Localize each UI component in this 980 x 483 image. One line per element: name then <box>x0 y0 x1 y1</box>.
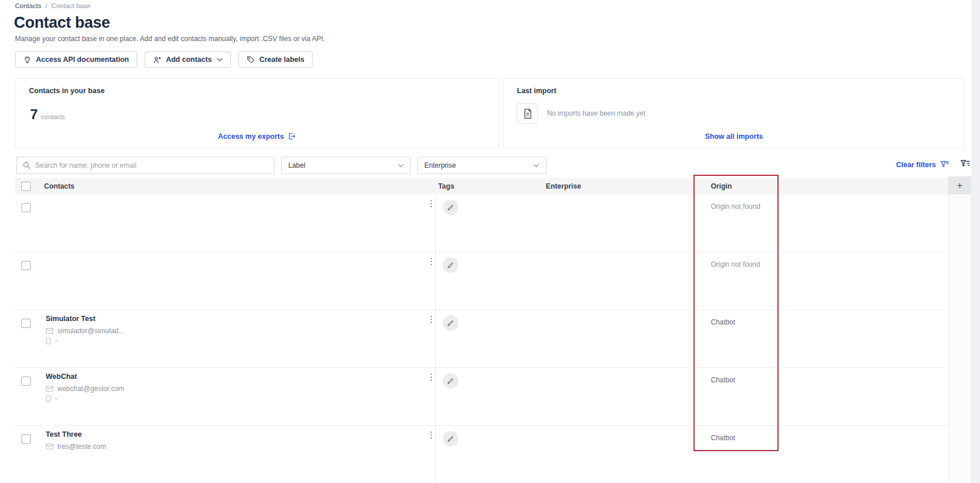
access-my-exports-link-wrap: Access my exports <box>16 132 498 141</box>
contact-email: tres@teste.com <box>57 443 106 451</box>
pencil-icon <box>447 435 454 443</box>
access-api-documentation-button[interactable]: Access API documentation <box>15 51 137 68</box>
page-title: Contact base <box>14 14 110 32</box>
pencil-icon <box>447 319 454 327</box>
contact-name[interactable]: Simulator Test <box>46 315 96 323</box>
breadcrumb-contacts[interactable]: Contacts <box>15 2 41 9</box>
chevron-down-icon <box>398 164 404 168</box>
show-all-imports-link-wrap: Show all imports <box>504 132 964 141</box>
contacts-count-number: 7 <box>30 106 38 123</box>
contacts-count-card: Contacts in your base 7 contacts Access … <box>15 78 499 148</box>
show-all-imports-link[interactable]: Show all imports <box>705 132 763 141</box>
contact-email: webchat@gestor.com <box>57 385 124 393</box>
last-import-empty-state: No imports have been made yet <box>517 103 645 124</box>
scrollbar-track[interactable] <box>971 0 980 483</box>
edit-tags-button[interactable] <box>443 257 458 273</box>
clear-filters-button[interactable]: Clear filters <box>896 160 949 169</box>
add-column-button[interactable]: + <box>948 176 971 194</box>
access-my-exports-link[interactable]: Access my exports <box>218 132 296 141</box>
contact-email-line: simulador@simulad... <box>46 327 124 335</box>
add-column-strip <box>948 194 971 483</box>
contact-phone-line: - <box>46 394 57 403</box>
label-filter-dropdown[interactable]: Label <box>281 157 411 174</box>
select-all-checkbox[interactable] <box>21 182 31 191</box>
plug-icon <box>23 56 31 64</box>
column-divider <box>435 194 436 483</box>
origin-value: Chatbot <box>711 318 735 326</box>
contacts-count-label: contacts <box>41 113 65 120</box>
row-checkbox[interactable] <box>21 203 31 212</box>
breadcrumb-contact-base: Contact base <box>52 2 91 9</box>
row-checkbox[interactable] <box>21 261 31 270</box>
envelope-icon <box>46 444 53 449</box>
access-my-exports-label: Access my exports <box>218 132 284 141</box>
table-row: Test Three tres@teste.com ⋮ Chatbot <box>15 426 948 483</box>
column-header-contacts[interactable]: Contacts <box>44 182 75 190</box>
column-header-enterprise[interactable]: Enterprise <box>546 182 581 190</box>
table-row: Simulator Test simulador@simulad... - ⋮ … <box>15 310 948 368</box>
contacts-count: 7 contacts <box>30 106 65 123</box>
origin-value: Chatbot <box>711 434 735 442</box>
export-icon <box>287 132 296 141</box>
contacts-card-title: Contacts in your base <box>29 87 105 95</box>
search-icon <box>23 161 31 169</box>
breadcrumb-separator: / <box>45 2 47 9</box>
last-import-card: Last import No imports have been made ye… <box>503 78 965 148</box>
search-box <box>16 157 274 174</box>
origin-value: Origin not found <box>711 260 760 268</box>
row-checkbox[interactable] <box>21 434 31 444</box>
contact-phone: - <box>55 337 57 345</box>
last-import-card-title: Last import <box>517 87 556 95</box>
search-input[interactable] <box>35 161 268 169</box>
edit-tags-button[interactable] <box>443 315 458 331</box>
access-api-documentation-label: Access API documentation <box>36 56 129 64</box>
origin-value: Origin not found <box>711 202 760 211</box>
contact-phone-line: - <box>46 337 57 345</box>
table-row: ⋮ Origin not found <box>15 252 948 310</box>
funnel-x-icon <box>940 160 949 169</box>
document-icon-box <box>517 103 538 124</box>
chevron-down-icon <box>533 164 539 168</box>
contact-email-line: webchat@gestor.com <box>46 385 124 393</box>
edit-tags-button[interactable] <box>443 373 458 389</box>
toolbar: Access API documentation Add contacts Cr… <box>15 51 313 68</box>
page-subtitle: Manage your contact base in one place. A… <box>15 35 325 43</box>
table-row: WebChat webchat@gestor.com - ⋮ Chatbot <box>15 368 948 426</box>
show-all-imports-label: Show all imports <box>705 132 763 141</box>
pencil-icon <box>447 261 454 269</box>
edit-tags-button[interactable] <box>443 431 458 447</box>
create-labels-button[interactable]: Create labels <box>238 51 313 68</box>
add-contacts-label: Add contacts <box>166 56 212 64</box>
contact-email-line: tres@teste.com <box>46 443 106 451</box>
no-imports-message: No imports have been made yet <box>547 109 645 117</box>
mobile-icon <box>46 395 51 403</box>
mobile-icon <box>46 337 51 345</box>
table-header: Contacts Tags Enterprise Origin <box>15 178 948 194</box>
table-row: ⋮ Origin not found <box>15 194 948 252</box>
contact-phone: - <box>55 394 57 403</box>
pencil-icon <box>447 377 454 385</box>
label-filter-value: Label <box>288 161 305 169</box>
clear-filters-label: Clear filters <box>896 161 936 169</box>
row-checkbox[interactable] <box>21 319 31 328</box>
contact-name[interactable]: WebChat <box>46 373 77 381</box>
filter-settings-icon[interactable] <box>960 159 970 169</box>
envelope-icon <box>46 386 53 392</box>
document-icon <box>523 108 533 119</box>
edit-tags-button[interactable] <box>443 200 458 215</box>
create-labels-label: Create labels <box>259 56 304 64</box>
origin-value: Chatbot <box>711 376 735 384</box>
breadcrumb: Contacts / Contact base <box>15 2 90 9</box>
column-header-origin[interactable]: Origin <box>711 182 732 190</box>
row-checkbox[interactable] <box>21 377 31 386</box>
chevron-down-icon <box>216 58 223 62</box>
enterprise-filter-dropdown[interactable]: Enterprise <box>417 157 546 174</box>
add-contacts-button[interactable]: Add contacts <box>145 51 231 68</box>
tag-icon <box>247 56 255 64</box>
pencil-icon <box>447 204 454 211</box>
column-header-tags[interactable]: Tags <box>438 182 454 190</box>
contact-email: simulador@simulad... <box>57 327 124 335</box>
person-plus-icon <box>153 56 162 64</box>
enterprise-filter-value: Enterprise <box>424 161 456 169</box>
contact-name[interactable]: Test Three <box>46 430 82 438</box>
